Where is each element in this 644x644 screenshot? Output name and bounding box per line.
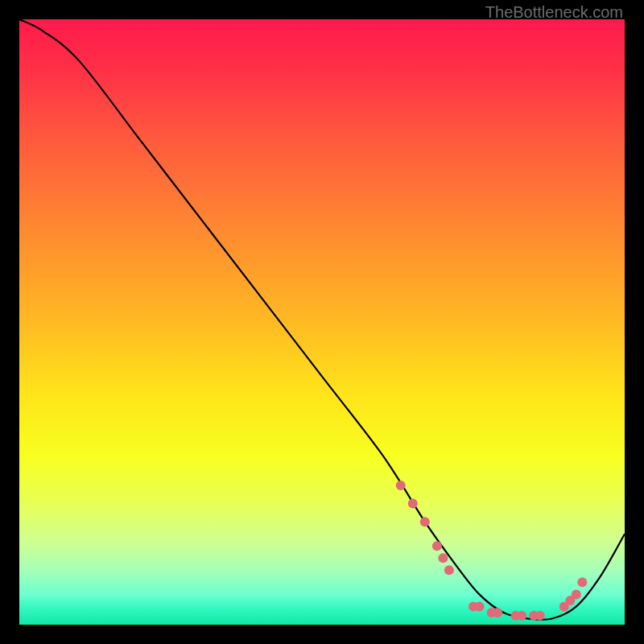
sweet-spot-dot — [493, 608, 502, 617]
chart-stage: TheBottleneck.com — [0, 0, 644, 644]
attribution-label: TheBottleneck.com — [485, 3, 623, 22]
sweet-spot-dot — [444, 565, 454, 575]
sweet-spot-dot — [408, 499, 418, 509]
bottleneck-chart — [19, 19, 625, 625]
gradient-background — [19, 19, 625, 625]
sweet-spot-dot — [572, 589, 581, 599]
sweet-spot-dot — [535, 611, 545, 621]
sweet-spot-dot — [432, 541, 442, 551]
plot-area — [19, 19, 625, 625]
sweet-spot-dot — [438, 553, 448, 563]
sweet-spot-dot — [420, 517, 430, 526]
sweet-spot-dot — [475, 601, 485, 611]
sweet-spot-dot — [577, 577, 587, 587]
sweet-spot-dot — [517, 611, 526, 621]
sweet-spot-dot — [396, 481, 406, 490]
